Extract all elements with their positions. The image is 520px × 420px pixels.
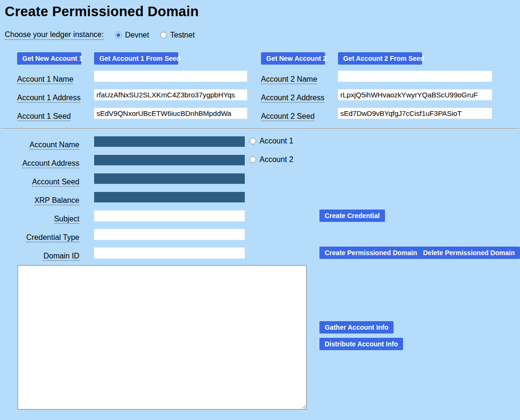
get-account1-from-seed-button[interactable]: Get Account 1 From Seed	[94, 52, 178, 65]
account-seed-field[interactable]	[94, 173, 245, 184]
testnet-radio[interactable]	[160, 32, 167, 38]
account1-select-radio[interactable]	[250, 138, 256, 144]
create-credential-button[interactable]: Create Credential	[319, 210, 385, 222]
gather-account-info-button[interactable]: Gather Account Info	[319, 321, 394, 334]
account-address-field[interactable]	[94, 155, 245, 165]
account2-address-input[interactable]	[338, 89, 492, 100]
section-divider	[1, 128, 519, 129]
subject-input[interactable]	[94, 210, 245, 221]
account2-name-input[interactable]	[338, 71, 492, 82]
account-seed-label: Account Seed	[32, 178, 79, 187]
devnet-radio[interactable]	[115, 32, 122, 38]
account2-select-radio[interactable]	[250, 156, 256, 163]
domain-id-input[interactable]	[94, 248, 245, 258]
account1-name-label: Account 1 Name	[17, 75, 73, 84]
get-account2-from-seed-button[interactable]: Get Account 2 From Seed	[338, 52, 422, 65]
results-textarea[interactable]	[18, 265, 307, 410]
testnet-radio-label: Testnet	[170, 31, 195, 39]
account-name-label: Account Name	[29, 141, 79, 150]
account2-name-label: Account 2 Name	[261, 75, 317, 84]
distribute-account-info-button[interactable]: Distribute Account Info	[319, 338, 403, 350]
account-name-field[interactable]	[94, 136, 245, 147]
subject-label: Subject	[54, 215, 79, 224]
credential-type-label: Credential Type	[26, 233, 79, 242]
create-permissioned-domain-page: Create Permissioned Domain Choose your l…	[0, 0, 520, 420]
domain-id-label: Domain ID	[43, 252, 79, 261]
xrp-balance-label: XRP Balance	[34, 196, 79, 205]
account1-seed-label: Account 1 Seed	[17, 112, 71, 121]
account1-name-input[interactable]	[94, 71, 247, 82]
account1-select-radio-label: Account 1	[260, 137, 293, 145]
account1-address-label: Account 1 Address	[17, 94, 80, 103]
account1-address-input[interactable]	[94, 89, 247, 100]
get-new-account2-button[interactable]: Get New Account 2	[261, 52, 325, 65]
ledger-instance-label: Choose your ledger instance:	[5, 30, 104, 40]
account2-address-label: Account 2 Address	[261, 94, 324, 103]
get-new-account1-button[interactable]: Get New Account 1	[17, 52, 81, 65]
delete-permissioned-domain-button[interactable]: Delete Permissioned Domain	[418, 247, 520, 259]
account2-seed-input[interactable]	[338, 108, 492, 119]
account-address-label: Account Address	[22, 159, 79, 168]
account1-seed-input[interactable]	[94, 108, 247, 119]
create-permissioned-domain-button[interactable]: Create Permissioned Domain	[319, 247, 423, 259]
credential-type-input[interactable]	[94, 229, 245, 240]
xrp-balance-field[interactable]	[94, 192, 245, 202]
devnet-radio-label: Devnet	[125, 31, 149, 39]
account2-select-radio-label: Account 2	[260, 155, 293, 164]
account2-seed-label: Account 2 Seed	[261, 112, 315, 121]
page-title: Create Permissioned Domain	[5, 4, 199, 19]
